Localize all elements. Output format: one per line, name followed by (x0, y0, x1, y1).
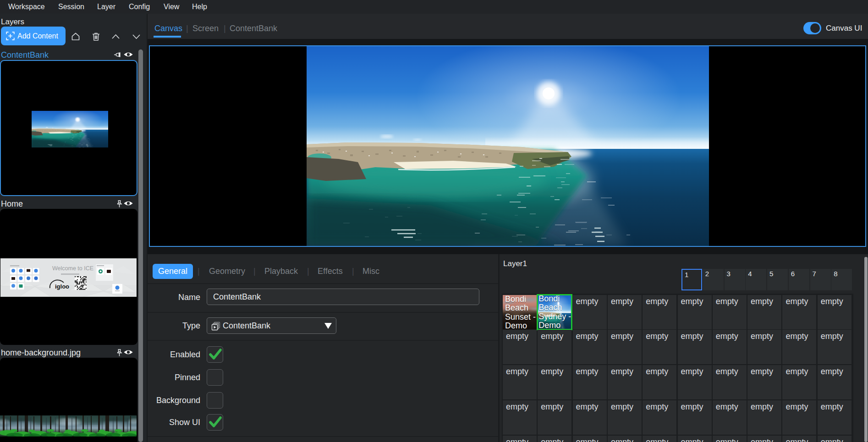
svg-text:igloo: igloo (55, 283, 69, 290)
svg-text:Welcome to ICE: Welcome to ICE (52, 265, 93, 272)
